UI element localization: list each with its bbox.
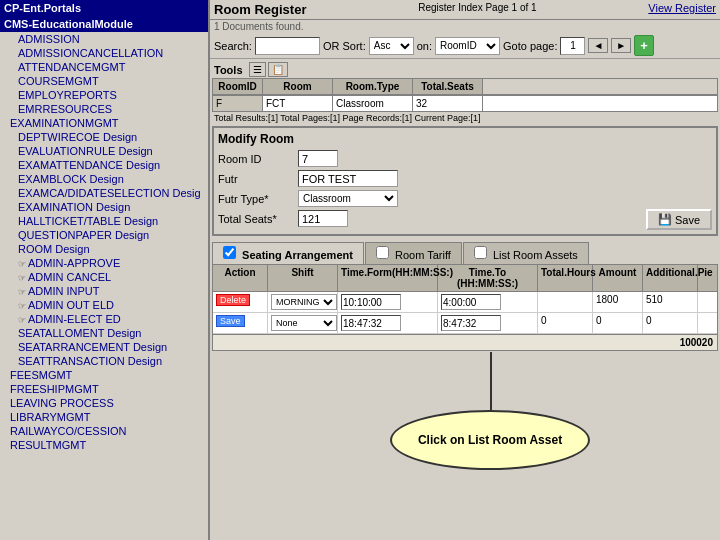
tool-btn-2[interactable]: 📋 [268,62,288,77]
save-button[interactable]: 💾 Save [646,209,712,230]
shift-select-1[interactable]: MORNING EVENING [271,294,337,310]
search-input[interactable] [255,37,320,55]
timeto-input-2[interactable] [441,315,501,331]
save-icon: 💾 [658,213,672,226]
field-input-futr[interactable] [298,170,398,187]
sidebar-item-admin-out[interactable]: ☞ADMIN OUT ELD [0,298,208,312]
sort-select[interactable]: Asc Desc [369,37,414,55]
timefrom-input-1[interactable] [341,294,401,310]
sidebar-item-railway[interactable]: RAILWAYCO/CESSION [0,424,208,438]
tool-btn-1[interactable]: ☰ [249,62,266,77]
sidebar-item-feesmgmt[interactable]: FEESMGMT [0,368,208,382]
sidebar-item-employreports[interactable]: EMPLOYREPORTS [0,88,208,102]
additional-cell-2: 0 [643,313,698,333]
field-label-seats: Total Seats* [218,213,298,225]
sidebar-item-attendancemgmt[interactable]: ATTENDANCEMGMT [0,60,208,74]
amount-cell-2: 0 [593,313,643,333]
sidebar-item-examinationmgmt[interactable]: EXAMINATIONMGMT [0,116,208,130]
tab-checkbox-seating[interactable] [223,246,236,259]
tab-checkbox-tariff[interactable] [376,246,389,259]
field-select-futrtype[interactable]: Classroom Lab [298,190,398,207]
sidebar-item-examattendance[interactable]: EXAMATTENDANCE Design [0,158,208,172]
main-content: Room Register Register Index Page 1 of 1… [210,0,720,540]
search-label: Search: [214,40,252,52]
table-header: RoomID Room Room.Type Total.Seats [212,78,718,95]
search-bar: Search: OR Sort: Asc Desc on: RoomID Got… [210,33,720,59]
cell-room: FCT [263,96,333,111]
amount-cell-1: 1800 [593,292,643,312]
timefrom-cell-2 [338,313,438,333]
sidebar-item-questionpaper[interactable]: QUESTIONPAPER Design [0,228,208,242]
sidebar-item-examca[interactable]: EXAMCA/DIDATESELECTION Desig [0,186,208,200]
on-select[interactable]: RoomID [435,37,500,55]
col-header-room: Room [263,79,333,94]
sidebar-item-admin-approve[interactable]: ☞ADMIN-APPROVE [0,256,208,270]
results-text: Total Results:[1] Total Pages:[1] Page R… [212,112,718,124]
form-row-roomid: Room ID [218,150,398,167]
tab-room-tariff[interactable]: Room Tariff [365,242,462,264]
sidebar-header-portals[interactable]: CP-Ent.Portals [0,0,208,16]
sidebar-item-library[interactable]: LIBRARYMGMT [0,410,208,424]
action-cell-1: Delete [213,292,268,312]
sidebar-item-deptwirecoe[interactable]: DEPTWIRECOE Design [0,130,208,144]
view-register-link[interactable]: View Register [648,2,716,17]
table-row[interactable]: F FCT Classroom 32 [212,95,718,112]
col-header-totalhours: Total.Hours [538,265,593,291]
field-input-seats[interactable] [298,210,348,227]
sidebar-item-examination[interactable]: EXAMINATION Design [0,200,208,214]
shift-select-2[interactable]: None MORNING [271,315,337,331]
col-header-action: Action [213,265,268,291]
sidebar-item-evaluationrule[interactable]: EVALUATIONRULE Design [0,144,208,158]
field-label-futrtype: Futr Type* [218,193,298,205]
delete-button-1[interactable]: Delete [216,294,250,306]
sidebar-item-admin-elect[interactable]: ☞ADMIN-ELECT ED [0,312,208,326]
seating-table-row-1: Delete MORNING EVENING 1800 510 [213,292,717,313]
tab-list-room-assets[interactable]: List Room Assets [463,242,589,264]
field-input-roomid[interactable] [298,150,338,167]
nav-next-button[interactable]: ► [611,38,631,53]
seating-table-header: Action Shift Time.Form(HH:MM:SS:) Time.T… [213,265,717,292]
or-sort-label: OR Sort: [323,40,366,52]
timefrom-input-2[interactable] [341,315,401,331]
add-button[interactable]: + [634,35,654,56]
col-header-timeto: Time.To (HH:MM:SS:) [438,265,538,291]
row-save-button-2[interactable]: Save [216,315,245,327]
sidebar-item-emrresources[interactable]: EMRRESOURCES [0,102,208,116]
hours-cell-1 [538,292,593,312]
sidebar-item-freeshipmgmt[interactable]: FREESHIPMGMT [0,382,208,396]
sidebar-item-hallticket[interactable]: HALLTICKET/TABLE Design [0,214,208,228]
goto-input[interactable] [560,37,585,55]
sidebar-item-coursemgmt[interactable]: COURSEMGMT [0,74,208,88]
sidebar-item-result[interactable]: RESULTMGMT [0,438,208,452]
tab-checkbox-assets[interactable] [474,246,487,259]
form-row-futr: Futr [218,170,398,187]
col-header-roomid: RoomID [213,79,263,94]
sidebar-item-admissioncancellation[interactable]: ADMISSIONCANCELLATION [0,46,208,60]
sidebar-item-admission[interactable]: ADMISSION [0,32,208,46]
hours-cell-2: 0 [538,313,593,333]
sidebar-item-admin-input[interactable]: ☞ADMIN INPUT [0,284,208,298]
form-row-futrtype: Futr Type* Classroom Lab [218,190,398,207]
seating-table-row-2: Save None MORNING 0 0 0 [213,313,717,334]
sidebar-item-leaving[interactable]: LEAVING PROCESS [0,396,208,410]
tools-bar: Tools ☰ 📋 [212,61,718,78]
sidebar-item-seattransaction[interactable]: SEATTRANSACTION Design [0,354,208,368]
sidebar-item-admin-cancel[interactable]: ☞ADMIN CANCEL [0,270,208,284]
sidebar-item-examblock[interactable]: EXAMBLOCK Design [0,172,208,186]
col-header-additional: Additional.Pie [643,265,698,291]
col-header-totalseats: Total.Seats [413,79,483,94]
seating-table: Action Shift Time.Form(HH:MM:SS:) Time.T… [212,264,718,351]
col-header-amount: Amount [593,265,643,291]
tab-seating-arrangement[interactable]: Seating Arrangement [212,242,364,264]
sidebar-item-room[interactable]: ROOM Design [0,242,208,256]
sidebar-item-seatarrangement[interactable]: SEATARRANCEMENT Design [0,340,208,354]
sidebar-header-cms[interactable]: CMS-EducationalModule [0,16,208,32]
shift-cell-2: None MORNING [268,313,338,333]
modify-room-header: Modify Room [218,132,712,146]
sidebar-item-seatalloment[interactable]: SEATALLOMENT Design [0,326,208,340]
sidebar: CP-Ent.Portals CMS-EducationalModule ADM… [0,0,210,540]
nav-prev-button[interactable]: ◄ [588,38,608,53]
cell-roomid: F [213,96,263,111]
form-row-seats: Total Seats* [218,210,398,227]
timeto-input-1[interactable] [441,294,501,310]
